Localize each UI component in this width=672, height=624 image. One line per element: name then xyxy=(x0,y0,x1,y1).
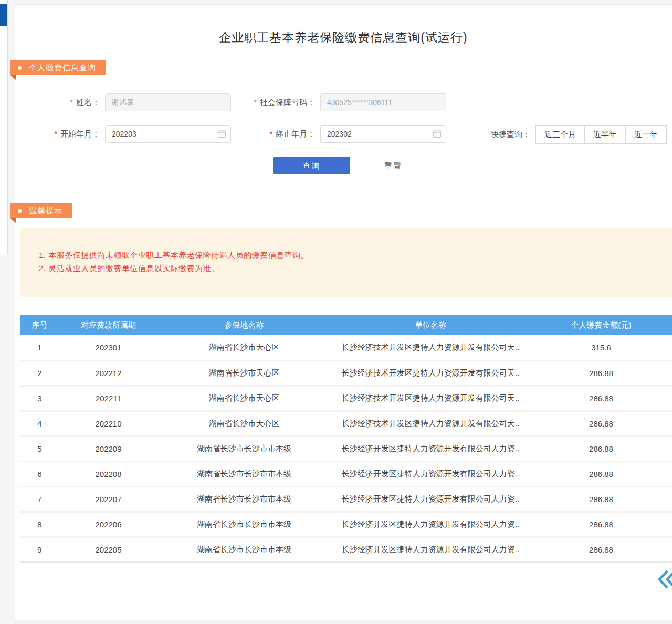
section-badge-personal-query: 个人缴费信息查询 xyxy=(10,60,106,75)
end-month-label: *终止年月： xyxy=(260,125,315,143)
table-cell: 湖南省长沙市长沙市市本级 xyxy=(158,461,331,486)
table-cell: 8 xyxy=(20,512,59,537)
calendar-icon[interactable] xyxy=(217,129,226,138)
table-cell: 286.88 xyxy=(530,411,672,436)
table-cell: 7 xyxy=(20,486,59,512)
section-badge-tips: 温馨提示 xyxy=(10,203,72,218)
payment-table: 序号 对应费款所属期 参保地名称 单位名称 个人缴费金额(元) 1202301湖… xyxy=(20,315,672,563)
table-cell: 湖南省长沙市长沙市市本级 xyxy=(158,486,331,512)
column-header-period: 对应费款所属期 xyxy=(59,315,158,335)
table-cell: 长沙经济开发区捷特人力资源开发有限公司人力资.. xyxy=(331,461,530,486)
column-header-employer: 单位名称 xyxy=(331,315,530,335)
page-title: 企业职工基本养老保险缴费信息查询(试运行) xyxy=(15,29,672,46)
table-row: 9202205湖南省长沙市长沙市市本级长沙经济开发区捷特人力资源开发有限公司人力… xyxy=(20,537,672,562)
quick-option-1year[interactable]: 近一年 xyxy=(625,125,667,144)
table-cell: 湖南省长沙市天心区 xyxy=(158,335,331,360)
footer-strip xyxy=(15,620,672,624)
table-cell: 286.88 xyxy=(530,386,672,411)
required-asterisk: * xyxy=(270,130,272,138)
table-cell: 286.88 xyxy=(530,537,672,562)
start-month-input[interactable] xyxy=(105,125,231,143)
name-label: *姓名： xyxy=(47,93,100,111)
table-row: 6202208湖南省长沙市长沙市市本级长沙经济开发区捷特人力资源开发有限公司人力… xyxy=(20,461,672,486)
table-cell: 湖南省长沙市长沙市市本级 xyxy=(158,512,331,537)
bullet-dot-icon xyxy=(18,66,22,70)
table-cell: 202209 xyxy=(59,436,158,461)
table-cell: 6 xyxy=(20,461,59,486)
table-cell: 202205 xyxy=(59,537,158,562)
page: 企业职工基本养老保险缴费信息查询(试运行) 个人缴费信息查询 *姓名： *社会保… xyxy=(0,0,672,624)
start-month-field[interactable] xyxy=(105,125,231,143)
table-cell: 湖南省长沙市天心区 xyxy=(158,386,331,411)
table-row: 8202206湖南省长沙市长沙市市本级长沙经济开发区捷特人力资源开发有限公司人力… xyxy=(20,512,672,537)
table-cell: 湖南省长沙市天心区 xyxy=(158,411,331,436)
notice-line: 1. 本服务仅提供尚未领取企业职工基本养老保险待遇人员的缴费信息查询。 xyxy=(39,248,656,262)
quick-option-3months[interactable]: 近三个月 xyxy=(536,125,585,144)
table-cell: 202301 xyxy=(59,335,158,360)
table-row: 1202301湖南省长沙市天心区长沙经济技术开发区捷特人力资源开发有限公司天..… xyxy=(20,335,672,360)
table-cell: 202206 xyxy=(59,512,158,537)
table-cell: 湖南省长沙市长沙市市本级 xyxy=(158,436,331,461)
start-month-label: *开始年月： xyxy=(42,125,100,143)
table-cell: 286.88 xyxy=(530,512,672,537)
required-asterisk: * xyxy=(70,98,73,107)
sidebar-blue-tab[interactable] xyxy=(0,4,7,26)
table-cell: 202207 xyxy=(59,486,158,512)
calendar-icon[interactable] xyxy=(433,129,442,138)
table-row: 7202207湖南省长沙市长沙市市本级长沙经济开发区捷特人力资源开发有限公司人力… xyxy=(20,486,672,512)
table-cell: 5 xyxy=(20,436,59,461)
column-header-insured-place: 参保地名称 xyxy=(158,315,331,335)
table-cell: 202212 xyxy=(59,360,158,386)
table-cell: 长沙经济开发区捷特人力资源开发有限公司人力资.. xyxy=(331,512,530,537)
table-cell: 202211 xyxy=(59,386,158,411)
payment-table-body: 1202301湖南省长沙市天心区长沙经济技术开发区捷特人力资源开发有限公司天..… xyxy=(20,335,672,562)
table-row: 2202212湖南省长沙市天心区长沙经济技术开发区捷特人力资源开发有限公司天..… xyxy=(20,360,672,386)
table-cell: 长沙经济技术开发区捷特人力资源开发有限公司天.. xyxy=(331,386,530,411)
reset-button[interactable]: 重置 xyxy=(356,157,430,174)
required-asterisk: * xyxy=(55,130,57,138)
required-asterisk: * xyxy=(254,98,257,107)
table-cell: 2 xyxy=(20,360,59,386)
notice-box: 1. 本服务仅提供尚未领取企业职工基本养老保险待遇人员的缴费信息查询。 2. 灵… xyxy=(20,228,672,297)
table-cell: 315.6 xyxy=(530,335,672,360)
table-row: 4202210湖南省长沙市天心区长沙经济技术开发区捷特人力资源开发有限公司天..… xyxy=(20,411,672,436)
table-cell: 286.88 xyxy=(530,461,672,486)
table-cell: 长沙经济技术开发区捷特人力资源开发有限公司天.. xyxy=(331,360,530,386)
table-cell: 1 xyxy=(20,335,59,360)
ssn-input xyxy=(320,93,446,111)
table-cell: 9 xyxy=(20,537,59,562)
column-header-index: 序号 xyxy=(20,315,59,335)
double-chevron-left-icon[interactable] xyxy=(657,569,672,589)
table-cell: 长沙经济开发区捷特人力资源开发有限公司人力资.. xyxy=(331,436,530,461)
table-cell: 286.88 xyxy=(530,436,672,461)
quick-option-6months[interactable]: 近半年 xyxy=(584,125,626,144)
section-badge-label: 个人缴费信息查询 xyxy=(29,63,96,73)
query-button[interactable]: 查询 xyxy=(273,157,350,174)
collapsed-sidebar[interactable] xyxy=(0,0,8,255)
table-cell: 3 xyxy=(20,386,59,411)
notice-line: 2. 灵活就业人员的缴费单位信息以实际缴费为准。 xyxy=(39,262,656,275)
table-cell: 湖南省长沙市天心区 xyxy=(158,360,331,386)
table-cell: 286.88 xyxy=(530,486,672,512)
table-header-row: 序号 对应费款所属期 参保地名称 单位名称 个人缴费金额(元) xyxy=(20,315,672,335)
column-header-amount: 个人缴费金额(元) xyxy=(530,315,672,335)
quick-query-label: 快捷查询： xyxy=(475,125,530,144)
table-row: 3202211湖南省长沙市天心区长沙经济技术开发区捷特人力资源开发有限公司天..… xyxy=(20,386,672,411)
table-cell: 286.88 xyxy=(530,360,672,386)
table-row: 5202209湖南省长沙市长沙市市本级长沙经济开发区捷特人力资源开发有限公司人力… xyxy=(20,436,672,461)
table-cell: 202210 xyxy=(59,411,158,436)
section-badge-label: 温馨提示 xyxy=(29,206,62,216)
name-input xyxy=(105,93,231,111)
table-cell: 长沙经济技术开发区捷特人力资源开发有限公司天.. xyxy=(331,411,530,436)
table-cell: 长沙经济技术开发区捷特人力资源开发有限公司天.. xyxy=(331,335,530,360)
quick-query-group: 近三个月 近半年 近一年 xyxy=(536,125,667,144)
bullet-dot-icon xyxy=(18,209,22,213)
ssn-label: *社会保障号码： xyxy=(242,93,315,111)
end-month-input[interactable] xyxy=(320,125,446,143)
table-cell: 长沙经济开发区捷特人力资源开发有限公司人力资.. xyxy=(331,537,530,562)
table-cell: 4 xyxy=(20,411,59,436)
table-cell: 202208 xyxy=(59,461,158,486)
end-month-field[interactable] xyxy=(320,125,446,143)
table-cell: 长沙经济开发区捷特人力资源开发有限公司人力资.. xyxy=(331,486,530,512)
table-cell: 湖南省长沙市长沙市市本级 xyxy=(158,537,331,562)
